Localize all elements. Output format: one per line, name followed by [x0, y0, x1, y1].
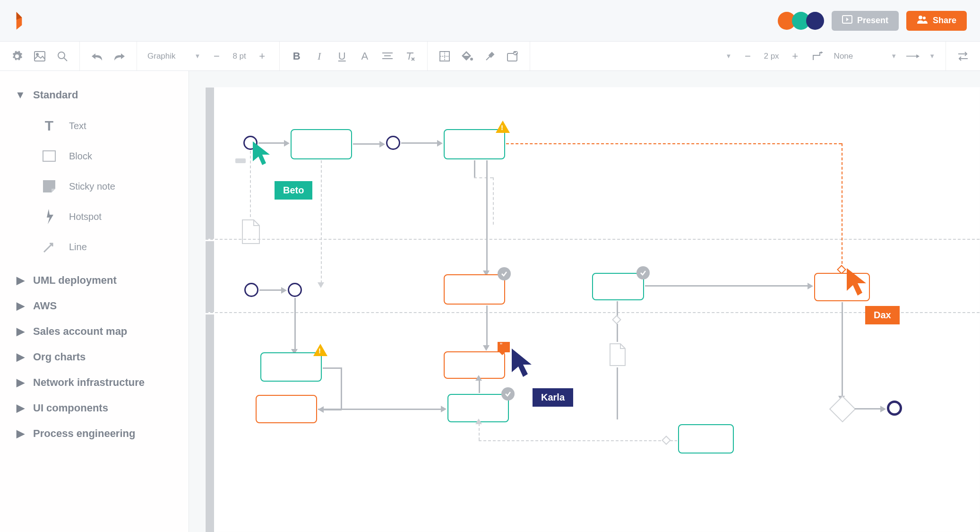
swimlane-handle[interactable] — [206, 241, 214, 312]
task-shape[interactable] — [444, 274, 505, 305]
sidebar-item-hotspot[interactable]: Hotspot — [41, 201, 177, 232]
document-icon[interactable] — [608, 343, 627, 368]
clear-format-icon[interactable] — [404, 50, 417, 63]
align-icon[interactable] — [381, 50, 394, 63]
task-shape[interactable] — [444, 129, 505, 159]
presence-avatars[interactable] — [778, 12, 824, 30]
dashed-connector[interactable] — [671, 440, 677, 441]
image-icon[interactable] — [33, 50, 46, 63]
collaborator-label: Dax — [865, 306, 900, 324]
arrow-style-icon[interactable] — [906, 50, 920, 63]
font-family-select[interactable]: Graphik ▼ — [147, 52, 200, 61]
sidebar-section-org[interactable]: ▶ Org charts — [16, 344, 177, 370]
dashed-connector[interactable] — [479, 440, 666, 441]
task-shape[interactable] — [291, 129, 352, 159]
dashed-connector[interactable] — [506, 143, 842, 144]
text-color-icon[interactable]: A — [358, 50, 371, 63]
diagram-canvas[interactable]: ” Beto — [205, 87, 980, 532]
caret-right-icon: ▶ — [16, 327, 25, 336]
arrow-head-icon — [441, 406, 447, 412]
italic-icon[interactable]: I — [313, 50, 326, 63]
border-icon[interactable] — [438, 50, 451, 63]
sidebar-section-uml[interactable]: ▶ UML deployment — [16, 268, 177, 293]
connector[interactable] — [318, 409, 442, 410]
task-shape[interactable] — [592, 273, 644, 300]
connector[interactable] — [259, 289, 282, 291]
connector[interactable] — [486, 305, 488, 346]
document-icon[interactable] — [241, 219, 261, 246]
redo-icon[interactable] — [113, 50, 126, 63]
sidebar-section-process[interactable]: ▶ Process engineering — [16, 421, 177, 446]
connector[interactable] — [617, 324, 618, 342]
connector[interactable] — [617, 301, 618, 316]
dashed-connector[interactable] — [321, 160, 322, 283]
dashed-connector[interactable] — [479, 423, 480, 440]
task-shape[interactable] — [447, 394, 509, 422]
eyedropper-icon[interactable] — [483, 50, 497, 63]
stroke-decrease[interactable]: − — [741, 50, 754, 63]
connector[interactable] — [401, 142, 438, 144]
font-size-decrease[interactable]: − — [210, 50, 223, 63]
sidebar-section-sales[interactable]: ▶ Sales account map — [16, 319, 177, 344]
diagram-shape[interactable] — [235, 158, 246, 163]
connector[interactable] — [855, 408, 881, 410]
share-button[interactable]: Share — [906, 11, 967, 31]
dashed-connector[interactable] — [474, 177, 493, 178]
start-event[interactable] — [244, 283, 258, 297]
task-shape[interactable] — [678, 424, 734, 454]
task-shape[interactable] — [444, 351, 505, 379]
hotspot-icon — [41, 208, 58, 225]
comment-icon[interactable]: ” — [498, 342, 510, 352]
connector[interactable] — [341, 367, 342, 410]
sidebar-item-text[interactable]: T Text — [41, 111, 177, 141]
line-routing-icon[interactable] — [811, 50, 825, 63]
connector[interactable] — [294, 298, 296, 350]
connector[interactable] — [486, 160, 488, 271]
sidebar-section-aws[interactable]: ▶ AWS — [16, 293, 177, 319]
sidebar-section-standard[interactable]: ▼ Standard — [16, 82, 177, 108]
connector[interactable] — [842, 302, 843, 397]
connector[interactable] — [645, 285, 808, 287]
intermediate-event[interactable] — [288, 283, 302, 297]
undo-icon[interactable] — [90, 50, 103, 63]
gateway-shape[interactable] — [662, 436, 671, 445]
swap-icon[interactable] — [956, 50, 970, 63]
task-shape[interactable] — [256, 395, 317, 423]
app-logo[interactable] — [13, 11, 28, 30]
chevron-down-icon[interactable]: ▼ — [929, 52, 935, 60]
gateway-shape[interactable] — [829, 396, 856, 423]
canvas-area[interactable]: ” Beto — [189, 71, 980, 532]
line-end-select[interactable]: None ▼ — [834, 52, 897, 61]
font-size-increase[interactable]: + — [256, 50, 269, 63]
underline-icon[interactable]: U — [335, 50, 349, 63]
connector[interactable] — [617, 367, 618, 419]
swimlane-handle[interactable] — [206, 87, 214, 239]
present-button[interactable]: Present — [832, 11, 899, 31]
end-event[interactable] — [887, 401, 902, 416]
gear-icon[interactable] — [10, 50, 24, 63]
connector[interactable] — [323, 367, 342, 369]
section-label: UI components — [33, 402, 108, 414]
sidebar-section-network[interactable]: ▶ Network infrastructure — [16, 370, 177, 395]
checklist-icon[interactable] — [506, 50, 519, 63]
bold-icon[interactable]: B — [290, 50, 303, 63]
dashed-connector[interactable] — [842, 143, 842, 269]
connector[interactable] — [474, 160, 475, 177]
sidebar-item-line[interactable]: Line — [41, 232, 177, 262]
stroke-increase[interactable]: + — [789, 50, 802, 63]
sidebar-item-sticky[interactable]: Sticky note — [41, 171, 177, 201]
dashed-connector[interactable] — [493, 177, 494, 225]
item-label: Sticky note — [69, 181, 115, 192]
connector[interactable] — [479, 380, 480, 393]
connector[interactable] — [353, 143, 380, 145]
sidebar-section-ui[interactable]: ▶ UI components — [16, 395, 177, 421]
fill-icon[interactable] — [461, 50, 474, 63]
task-shape[interactable] — [260, 352, 322, 382]
intermediate-event[interactable] — [386, 136, 400, 150]
arrow-head-icon — [483, 345, 490, 351]
sidebar-item-block[interactable]: Block — [41, 141, 177, 171]
search-icon[interactable] — [56, 50, 69, 63]
swimlane-handle[interactable] — [206, 314, 214, 532]
chevron-down-icon[interactable]: ▼ — [726, 52, 732, 60]
gateway-shape[interactable] — [612, 315, 621, 324]
